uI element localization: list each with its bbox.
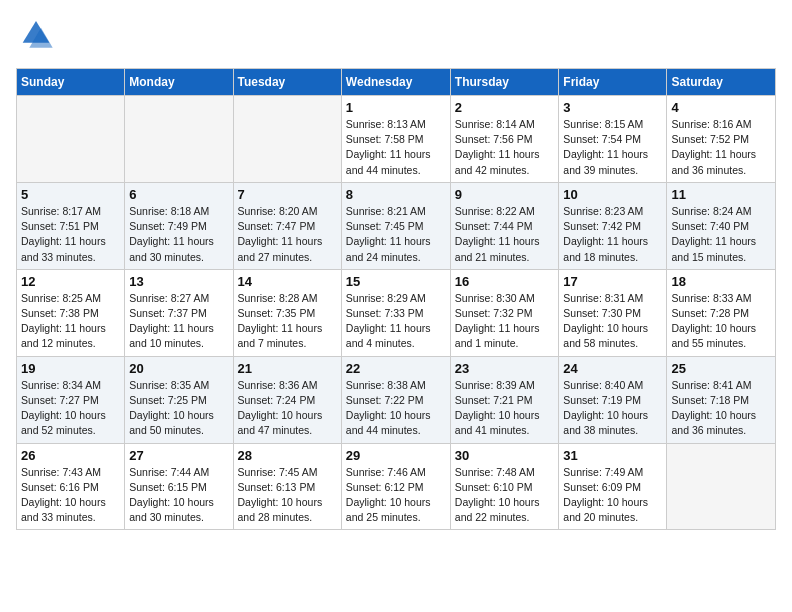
page-header — [16, 16, 776, 56]
day-info: Sunrise: 8:20 AM Sunset: 7:47 PM Dayligh… — [238, 204, 337, 265]
day-number: 19 — [21, 361, 120, 376]
day-number: 13 — [129, 274, 228, 289]
calendar-cell: 29Sunrise: 7:46 AM Sunset: 6:12 PM Dayli… — [341, 443, 450, 530]
day-info: Sunrise: 8:29 AM Sunset: 7:33 PM Dayligh… — [346, 291, 446, 352]
calendar-cell: 15Sunrise: 8:29 AM Sunset: 7:33 PM Dayli… — [341, 269, 450, 356]
calendar-table: SundayMondayTuesdayWednesdayThursdayFrid… — [16, 68, 776, 530]
day-info: Sunrise: 8:38 AM Sunset: 7:22 PM Dayligh… — [346, 378, 446, 439]
day-info: Sunrise: 8:14 AM Sunset: 7:56 PM Dayligh… — [455, 117, 555, 178]
day-number: 16 — [455, 274, 555, 289]
day-info: Sunrise: 8:28 AM Sunset: 7:35 PM Dayligh… — [238, 291, 337, 352]
calendar-cell: 7Sunrise: 8:20 AM Sunset: 7:47 PM Daylig… — [233, 182, 341, 269]
day-number: 15 — [346, 274, 446, 289]
day-header-sunday: Sunday — [17, 69, 125, 96]
calendar-cell: 23Sunrise: 8:39 AM Sunset: 7:21 PM Dayli… — [450, 356, 559, 443]
logo-icon — [16, 16, 56, 56]
day-number: 11 — [671, 187, 771, 202]
calendar-cell: 24Sunrise: 8:40 AM Sunset: 7:19 PM Dayli… — [559, 356, 667, 443]
calendar-cell: 11Sunrise: 8:24 AM Sunset: 7:40 PM Dayli… — [667, 182, 776, 269]
day-info: Sunrise: 7:49 AM Sunset: 6:09 PM Dayligh… — [563, 465, 662, 526]
calendar-week-row: 12Sunrise: 8:25 AM Sunset: 7:38 PM Dayli… — [17, 269, 776, 356]
day-info: Sunrise: 8:25 AM Sunset: 7:38 PM Dayligh… — [21, 291, 120, 352]
day-info: Sunrise: 8:33 AM Sunset: 7:28 PM Dayligh… — [671, 291, 771, 352]
day-info: Sunrise: 8:40 AM Sunset: 7:19 PM Dayligh… — [563, 378, 662, 439]
day-number: 29 — [346, 448, 446, 463]
day-info: Sunrise: 8:17 AM Sunset: 7:51 PM Dayligh… — [21, 204, 120, 265]
day-info: Sunrise: 8:36 AM Sunset: 7:24 PM Dayligh… — [238, 378, 337, 439]
calendar-cell: 20Sunrise: 8:35 AM Sunset: 7:25 PM Dayli… — [125, 356, 233, 443]
calendar-cell: 26Sunrise: 7:43 AM Sunset: 6:16 PM Dayli… — [17, 443, 125, 530]
calendar-cell: 31Sunrise: 7:49 AM Sunset: 6:09 PM Dayli… — [559, 443, 667, 530]
day-info: Sunrise: 8:27 AM Sunset: 7:37 PM Dayligh… — [129, 291, 228, 352]
day-number: 8 — [346, 187, 446, 202]
day-number: 18 — [671, 274, 771, 289]
calendar-cell: 8Sunrise: 8:21 AM Sunset: 7:45 PM Daylig… — [341, 182, 450, 269]
day-info: Sunrise: 7:46 AM Sunset: 6:12 PM Dayligh… — [346, 465, 446, 526]
day-info: Sunrise: 8:41 AM Sunset: 7:18 PM Dayligh… — [671, 378, 771, 439]
calendar-cell: 28Sunrise: 7:45 AM Sunset: 6:13 PM Dayli… — [233, 443, 341, 530]
calendar-cell: 1Sunrise: 8:13 AM Sunset: 7:58 PM Daylig… — [341, 96, 450, 183]
day-number: 5 — [21, 187, 120, 202]
day-number: 6 — [129, 187, 228, 202]
day-number: 25 — [671, 361, 771, 376]
day-info: Sunrise: 8:35 AM Sunset: 7:25 PM Dayligh… — [129, 378, 228, 439]
day-info: Sunrise: 7:44 AM Sunset: 6:15 PM Dayligh… — [129, 465, 228, 526]
calendar-cell — [17, 96, 125, 183]
calendar-cell: 17Sunrise: 8:31 AM Sunset: 7:30 PM Dayli… — [559, 269, 667, 356]
day-number: 17 — [563, 274, 662, 289]
day-number: 28 — [238, 448, 337, 463]
day-header-friday: Friday — [559, 69, 667, 96]
calendar-cell: 10Sunrise: 8:23 AM Sunset: 7:42 PM Dayli… — [559, 182, 667, 269]
day-number: 2 — [455, 100, 555, 115]
day-number: 4 — [671, 100, 771, 115]
day-number: 31 — [563, 448, 662, 463]
calendar-cell: 3Sunrise: 8:15 AM Sunset: 7:54 PM Daylig… — [559, 96, 667, 183]
day-number: 22 — [346, 361, 446, 376]
day-number: 30 — [455, 448, 555, 463]
day-number: 7 — [238, 187, 337, 202]
day-info: Sunrise: 8:24 AM Sunset: 7:40 PM Dayligh… — [671, 204, 771, 265]
calendar-cell — [125, 96, 233, 183]
calendar-cell: 25Sunrise: 8:41 AM Sunset: 7:18 PM Dayli… — [667, 356, 776, 443]
day-info: Sunrise: 8:39 AM Sunset: 7:21 PM Dayligh… — [455, 378, 555, 439]
logo — [16, 16, 60, 56]
day-header-monday: Monday — [125, 69, 233, 96]
day-number: 12 — [21, 274, 120, 289]
day-info: Sunrise: 8:18 AM Sunset: 7:49 PM Dayligh… — [129, 204, 228, 265]
day-number: 10 — [563, 187, 662, 202]
day-info: Sunrise: 8:34 AM Sunset: 7:27 PM Dayligh… — [21, 378, 120, 439]
calendar-cell: 16Sunrise: 8:30 AM Sunset: 7:32 PM Dayli… — [450, 269, 559, 356]
day-header-saturday: Saturday — [667, 69, 776, 96]
day-info: Sunrise: 8:23 AM Sunset: 7:42 PM Dayligh… — [563, 204, 662, 265]
day-number: 26 — [21, 448, 120, 463]
calendar-cell: 19Sunrise: 8:34 AM Sunset: 7:27 PM Dayli… — [17, 356, 125, 443]
calendar-cell: 30Sunrise: 7:48 AM Sunset: 6:10 PM Dayli… — [450, 443, 559, 530]
calendar-cell: 18Sunrise: 8:33 AM Sunset: 7:28 PM Dayli… — [667, 269, 776, 356]
day-info: Sunrise: 8:21 AM Sunset: 7:45 PM Dayligh… — [346, 204, 446, 265]
day-header-thursday: Thursday — [450, 69, 559, 96]
day-info: Sunrise: 8:30 AM Sunset: 7:32 PM Dayligh… — [455, 291, 555, 352]
calendar-week-row: 26Sunrise: 7:43 AM Sunset: 6:16 PM Dayli… — [17, 443, 776, 530]
day-number: 24 — [563, 361, 662, 376]
calendar-cell — [667, 443, 776, 530]
calendar-header-row: SundayMondayTuesdayWednesdayThursdayFrid… — [17, 69, 776, 96]
day-number: 20 — [129, 361, 228, 376]
day-info: Sunrise: 8:31 AM Sunset: 7:30 PM Dayligh… — [563, 291, 662, 352]
calendar-cell: 22Sunrise: 8:38 AM Sunset: 7:22 PM Dayli… — [341, 356, 450, 443]
day-number: 1 — [346, 100, 446, 115]
day-info: Sunrise: 7:48 AM Sunset: 6:10 PM Dayligh… — [455, 465, 555, 526]
calendar-cell: 2Sunrise: 8:14 AM Sunset: 7:56 PM Daylig… — [450, 96, 559, 183]
calendar-cell: 14Sunrise: 8:28 AM Sunset: 7:35 PM Dayli… — [233, 269, 341, 356]
day-number: 3 — [563, 100, 662, 115]
calendar-cell: 5Sunrise: 8:17 AM Sunset: 7:51 PM Daylig… — [17, 182, 125, 269]
day-info: Sunrise: 7:45 AM Sunset: 6:13 PM Dayligh… — [238, 465, 337, 526]
day-number: 9 — [455, 187, 555, 202]
calendar-cell: 6Sunrise: 8:18 AM Sunset: 7:49 PM Daylig… — [125, 182, 233, 269]
day-number: 23 — [455, 361, 555, 376]
day-info: Sunrise: 7:43 AM Sunset: 6:16 PM Dayligh… — [21, 465, 120, 526]
calendar-cell — [233, 96, 341, 183]
day-number: 14 — [238, 274, 337, 289]
calendar-cell: 4Sunrise: 8:16 AM Sunset: 7:52 PM Daylig… — [667, 96, 776, 183]
day-info: Sunrise: 8:13 AM Sunset: 7:58 PM Dayligh… — [346, 117, 446, 178]
day-info: Sunrise: 8:15 AM Sunset: 7:54 PM Dayligh… — [563, 117, 662, 178]
